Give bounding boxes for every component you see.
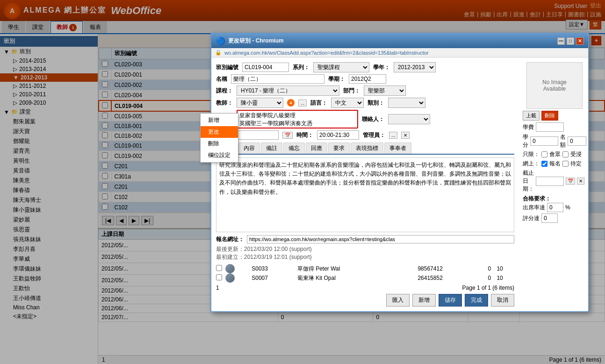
points-row: 學分 名額 (523, 133, 583, 149)
student-row[interactable]: S0033 草倣得 Peter Wal 98567412 0 10 (216, 264, 514, 273)
tab-note[interactable]: 備註 (261, 143, 282, 154)
fee-input[interactable] (536, 122, 564, 132)
pending-checkbox[interactable] (562, 161, 569, 167)
series-select[interactable]: 聖樂課程 (313, 62, 369, 72)
members-checkbox[interactable] (541, 151, 547, 157)
term-label: 學期： (328, 75, 345, 83)
attend-rate-row: 出席率達 % (523, 203, 583, 212)
no-image-box: No Image Available (526, 62, 583, 109)
avatar (225, 273, 235, 283)
import-button[interactable]: 匯入 (386, 294, 410, 307)
modal-content-row: 班別編號 系列： 聖樂課程 學年： 2012-2013 名稱 學期： (216, 62, 583, 307)
page-info-row: 1 Page 1 of 1 (6 items) (216, 285, 514, 291)
url-input[interactable] (247, 235, 514, 243)
course-select[interactable]: HY017 - 樂理（二） (237, 86, 339, 96)
lang-select[interactable]: 中文 (331, 98, 364, 108)
teacher-pick-button[interactable]: ... (298, 100, 307, 107)
modal-title: 🔵 更改研別 - Chromium (216, 36, 284, 45)
type-label: 類別： (367, 99, 384, 107)
context-delete[interactable]: 刪除 (201, 138, 238, 150)
manager-pick-button[interactable]: ... (389, 132, 397, 139)
location-select[interactable]: 皇家音樂學院八級樂理 英國聖三一學院鋼琴演奏文憑 (237, 110, 358, 128)
class-code-label: 班別編號 (216, 64, 238, 71)
deadline-input[interactable] (536, 177, 564, 186)
save-button[interactable]: 儲存 (439, 294, 462, 307)
tab-content[interactable]: 內容 (238, 143, 260, 154)
course-label: 課程： (216, 87, 233, 95)
term-input[interactable] (349, 74, 386, 84)
year-label-f: 學年： (373, 64, 390, 71)
student-checkbox[interactable] (216, 265, 222, 271)
fee-row: 學費 (523, 122, 583, 132)
form-row-4: 教師： 陳小靈 4 ... 語言： 中文 類別： (216, 98, 514, 108)
description-box[interactable]: 研究浪漫派的和聲理論及二十世紀初期各派系的音樂理論，內容包括減七和弦及一切七和弦… (216, 157, 514, 232)
tab-indicator[interactable]: 表現指標 (351, 143, 383, 154)
student-phone: 26415852 (418, 273, 488, 283)
teacher-badge-4: 4 (287, 99, 295, 107)
clear-deadline-button[interactable]: ✕ (577, 178, 584, 185)
delete-image-button[interactable]: 刪除 (541, 111, 558, 121)
student-code: S0033 (252, 264, 297, 273)
contact-label: 聯絡人： (362, 115, 384, 123)
modal-controls: — □ ✕ (557, 37, 583, 45)
upload-button[interactable]: 上載 (523, 111, 540, 121)
class-code-input[interactable] (242, 63, 289, 72)
pass-label: 合格要求： (523, 195, 583, 203)
modal-close-button[interactable]: ✕ (576, 37, 583, 45)
register-checkbox[interactable] (541, 161, 547, 167)
no-image-available: Available (543, 86, 566, 92)
percent-sign: % (565, 204, 570, 211)
context-edit[interactable]: 更改 (201, 126, 238, 138)
online-label: 網上： (523, 160, 540, 168)
action-buttons: 匯入 新增 儲存 完成 取消 (216, 294, 514, 307)
context-settings[interactable]: 欄位設定 (201, 150, 238, 161)
tab-requirement[interactable]: 要求 (328, 143, 350, 154)
modal-title-text: 更改研別 - Chromium (228, 37, 284, 45)
tab-response[interactable]: 回應 (306, 143, 327, 154)
image-buttons: 上載 刪除 (523, 111, 583, 121)
cancel-button[interactable]: 取消 (491, 294, 514, 307)
student-v2: 10 (497, 264, 514, 273)
context-menu: 新增 更改 刪除 欄位設定 (200, 113, 238, 163)
manager-clear-button[interactable]: ✕ (401, 132, 410, 139)
points-input[interactable] (530, 136, 558, 146)
teacher-label: 教師： (216, 99, 233, 107)
student-checkbox[interactable] (216, 274, 222, 280)
baptized-label: 受浸 (570, 150, 582, 158)
modal-url: wo.almega.com.hk/wo/ClassAdd.aspx?action… (224, 50, 584, 56)
date-input[interactable] (237, 130, 279, 140)
attend-rate-input[interactable] (547, 203, 563, 212)
points-label: 學分 (523, 133, 528, 149)
contact-select[interactable] (388, 114, 430, 124)
type-select[interactable] (388, 98, 425, 108)
modal-body: 班別編號 系列： 聖樂課程 學年： 2012-2013 名稱 學期： (211, 57, 588, 311)
name-input[interactable] (231, 74, 324, 84)
form-row-6: 日期： 📅 時間： 管理員： ... ✕ (216, 130, 514, 140)
edit-class-modal: 🔵 更改研別 - Chromium — □ ✕ 🔒 wo.almega.com.… (210, 33, 589, 312)
score-input[interactable] (541, 214, 558, 223)
pending-label: 待定 (570, 160, 582, 168)
quota-input[interactable] (568, 136, 586, 146)
context-add[interactable]: 新增 (201, 114, 238, 126)
teacher-select[interactable]: 陳小靈 (237, 98, 283, 108)
modal-add-button[interactable]: 新增 (412, 294, 436, 307)
online-row: 網上： 報名 待定 (523, 160, 583, 168)
baptized-checkbox[interactable] (562, 151, 569, 157)
student-row[interactable]: S0007 蔔東琳 Kit Opal 26415852 0 10 (216, 273, 514, 283)
year-select-f[interactable]: 2012-2013 (394, 62, 436, 72)
modal-minimize-button[interactable]: — (557, 37, 565, 45)
tab-memo[interactable]: 備忘 (283, 143, 305, 154)
student-code: S0007 (252, 273, 297, 283)
modal-restore-button[interactable]: □ (567, 37, 574, 45)
calendar-icon-button[interactable]: 📅 (566, 178, 575, 185)
date-picker-button[interactable]: 📅 (282, 132, 293, 139)
modal-titlebar: 🔵 更改研別 - Chromium — □ ✕ (211, 34, 588, 48)
dept-select[interactable]: 聖樂部 (364, 86, 406, 96)
tab-servant[interactable]: 事奉者 (384, 143, 411, 154)
modal-url-bar: 🔒 wo.almega.com.hk/wo/ClassAdd.aspx?acti… (211, 48, 588, 57)
name-label: 名稱 (216, 75, 227, 83)
update-info: 最後更新：2012/03/20 12:00 (support) 最初建立：201… (216, 245, 514, 261)
done-button[interactable]: 完成 (465, 294, 488, 307)
time-input[interactable] (317, 130, 359, 140)
modal-tabs: 簡介 內容 備註 備忘 回應 要求 表現指標 事奉者 (216, 143, 514, 155)
